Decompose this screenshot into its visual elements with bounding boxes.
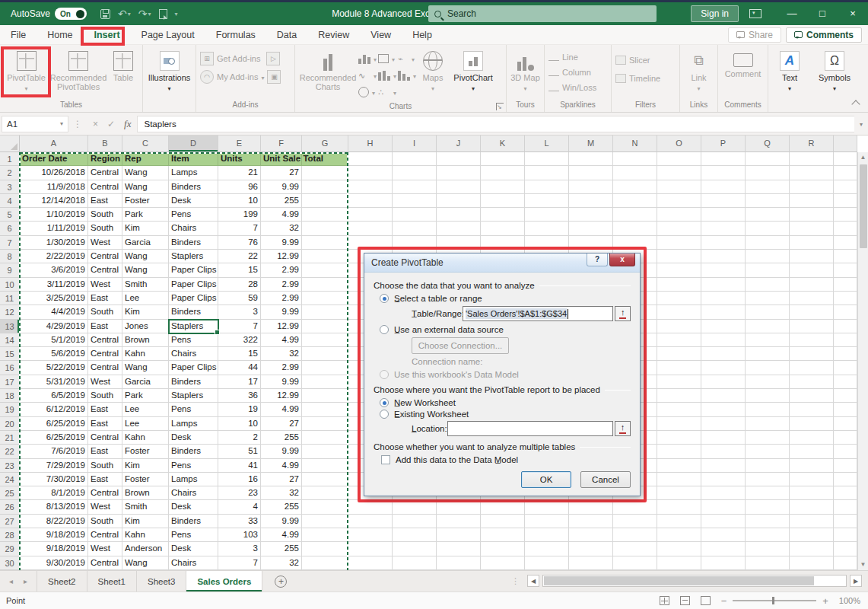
cell-Q29[interactable]: [746, 542, 790, 556]
cell-R2[interactable]: [790, 166, 834, 180]
cell-A24[interactable]: 7/30/2019: [20, 473, 88, 486]
save-button[interactable]: [100, 9, 110, 19]
cell-P7[interactable]: [701, 236, 746, 250]
scroll-right-icon[interactable]: ▶: [850, 575, 862, 587]
cell-M29[interactable]: [569, 542, 613, 556]
cell-Q10[interactable]: [746, 278, 790, 292]
cell-R16[interactable]: [790, 361, 834, 375]
sparkline-column-button[interactable]: Column: [548, 65, 591, 80]
cell-J4[interactable]: [437, 194, 481, 208]
cell-Q2[interactable]: [746, 166, 790, 180]
cell-D20[interactable]: Lamps: [169, 417, 218, 431]
cell-B19[interactable]: East: [88, 403, 122, 416]
insert-combo-chart-button[interactable]: [398, 68, 416, 83]
recommended-charts-button[interactable]: Recommended Charts: [299, 48, 357, 91]
cell-I5[interactable]: [393, 208, 437, 222]
cell-G30[interactable]: [302, 556, 348, 570]
cell-C28[interactable]: Kahn: [122, 528, 169, 542]
cell-partial-28[interactable]: [834, 528, 857, 542]
cell-B4[interactable]: East: [88, 194, 122, 208]
cell-C16[interactable]: Wang: [122, 361, 169, 375]
cell-C17[interactable]: Garcia: [122, 375, 169, 389]
select-table-radio[interactable]: [380, 294, 389, 303]
cell-P5[interactable]: [701, 208, 746, 222]
cell-B18[interactable]: South: [88, 389, 122, 403]
cell-Q23[interactable]: [746, 459, 790, 473]
cell-F15[interactable]: 32: [261, 347, 302, 361]
cell-E29[interactable]: 3: [218, 542, 261, 556]
cell-F20[interactable]: 27: [261, 417, 302, 431]
cell-N5[interactable]: [613, 208, 657, 222]
cell-A25[interactable]: 8/1/2019: [20, 486, 88, 500]
cell-D21[interactable]: Desk: [169, 431, 218, 445]
cell-D25[interactable]: Chairs: [169, 486, 218, 500]
cell-R7[interactable]: [790, 236, 834, 250]
existing-worksheet-radio-label[interactable]: E̲xisting Worksheet: [394, 410, 469, 419]
cell-P21[interactable]: [701, 431, 746, 445]
column-header-A[interactable]: A: [20, 136, 88, 152]
cell-H1[interactable]: [348, 152, 393, 166]
cell-F24[interactable]: 27: [261, 473, 302, 486]
cell-K4[interactable]: [481, 194, 525, 208]
cell-G19[interactable]: [302, 403, 348, 416]
cell-C8[interactable]: Wang: [122, 250, 169, 263]
scroll-left-icon[interactable]: ◀: [527, 575, 539, 587]
expand-formula-bar-button[interactable]: [854, 120, 868, 128]
cell-O15[interactable]: [657, 347, 701, 361]
zoom-level[interactable]: 100%: [839, 596, 860, 605]
cell-D4[interactable]: Desk: [169, 194, 218, 208]
row-header-24[interactable]: 24: [0, 473, 20, 486]
cell-H26[interactable]: [348, 500, 393, 514]
cell-partial-25[interactable]: [834, 486, 857, 500]
row-header-26[interactable]: 26: [0, 500, 20, 514]
cell-G21[interactable]: [302, 431, 348, 445]
cell-M3[interactable]: [569, 180, 613, 194]
cell-G11[interactable]: [302, 292, 348, 305]
cell-O12[interactable]: [657, 305, 701, 319]
comment-button[interactable]: Comment: [722, 48, 764, 78]
cell-C21[interactable]: Kahn: [122, 431, 169, 445]
location-input[interactable]: [447, 421, 613, 436]
cell-D28[interactable]: Pens: [169, 528, 218, 542]
cell-Q19[interactable]: [746, 403, 790, 416]
row-header-7[interactable]: 7: [0, 236, 20, 250]
cell-I4[interactable]: [393, 194, 437, 208]
cell-A19[interactable]: 6/12/2019: [20, 403, 88, 416]
cell-L6[interactable]: [525, 222, 569, 235]
formula-input[interactable]: Staplers: [137, 116, 854, 132]
cell-A17[interactable]: 5/31/2019: [20, 375, 88, 389]
insert-pie-chart-button[interactable]: [358, 84, 377, 100]
cell-M5[interactable]: [569, 208, 613, 222]
cell-H28[interactable]: [348, 528, 393, 542]
cell-P30[interactable]: [701, 556, 746, 570]
cell-E6[interactable]: 7: [218, 222, 261, 235]
cell-D16[interactable]: Paper Clips: [169, 361, 218, 375]
cell-P16[interactable]: [701, 361, 746, 375]
cell-H30[interactable]: [348, 556, 393, 570]
cell-G14[interactable]: [302, 333, 348, 347]
tab-home[interactable]: Home: [37, 25, 83, 45]
row-header-2[interactable]: 2: [0, 166, 20, 180]
cell-P1[interactable]: [701, 152, 746, 166]
cell-A7[interactable]: 1/30/2019: [20, 236, 88, 250]
cell-D10[interactable]: Paper Clips: [169, 278, 218, 292]
cell-I26[interactable]: [393, 500, 437, 514]
cell-F11[interactable]: 2.99: [261, 292, 302, 305]
cell-R18[interactable]: [790, 389, 834, 403]
cell-G15[interactable]: [302, 347, 348, 361]
cell-R25[interactable]: [790, 486, 834, 500]
cell-G2[interactable]: [302, 166, 348, 180]
cell-P24[interactable]: [701, 473, 746, 486]
vertical-scroll-thumb[interactable]: [860, 164, 867, 248]
row-header-9[interactable]: 9: [0, 263, 20, 277]
cell-O6[interactable]: [657, 222, 701, 235]
cell-D1[interactable]: Item: [169, 152, 218, 166]
cell-O3[interactable]: [657, 180, 701, 194]
cell-E3[interactable]: 96: [218, 180, 261, 194]
column-header-P[interactable]: P: [701, 136, 746, 152]
cell-E12[interactable]: 3: [218, 305, 261, 319]
column-header-C[interactable]: C: [122, 136, 169, 152]
cell-F23[interactable]: 4.99: [261, 459, 302, 473]
cell-B22[interactable]: East: [88, 445, 122, 458]
cell-P6[interactable]: [701, 222, 746, 235]
